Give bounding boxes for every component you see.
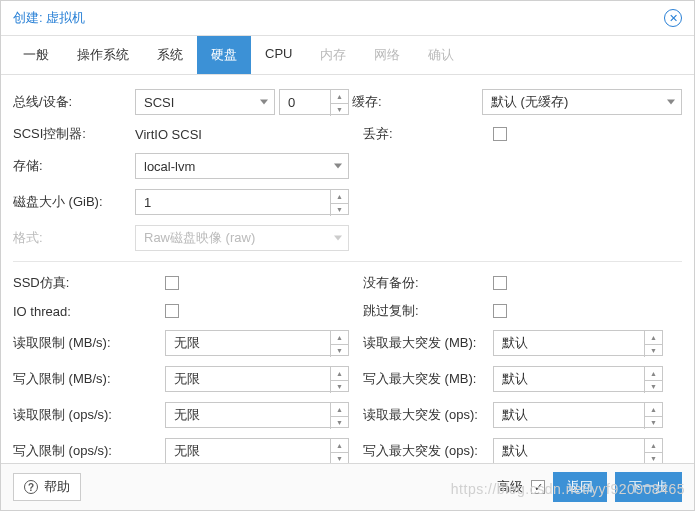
- write-limit-ops-input[interactable]: 无限 ▲▼: [165, 438, 349, 463]
- help-icon: ?: [24, 480, 38, 494]
- storage-select[interactable]: local-lvm: [135, 153, 349, 179]
- tab-system[interactable]: 系统: [143, 36, 197, 74]
- skip-replication-checkbox[interactable]: [493, 304, 507, 318]
- advanced-label: 高级: [497, 478, 523, 496]
- label-disk-size: 磁盘大小 (GiB):: [13, 193, 135, 211]
- back-button[interactable]: 返回: [553, 472, 607, 502]
- tab-general[interactable]: 一般: [9, 36, 63, 74]
- device-index-value: 0: [288, 95, 295, 110]
- io-thread-checkbox[interactable]: [165, 304, 179, 318]
- write-max-burst-ops-input[interactable]: 默认 ▲▼: [493, 438, 663, 463]
- tab-os[interactable]: 操作系统: [63, 36, 143, 74]
- chevron-down-icon: [667, 100, 675, 105]
- label-cache: 缓存:: [352, 93, 482, 111]
- no-backup-checkbox[interactable]: [493, 276, 507, 290]
- read-max-burst-ops-input[interactable]: 默认 ▲▼: [493, 402, 663, 428]
- tab-bar: 一般 操作系统 系统 硬盘 CPU 内存 网络 确认: [1, 36, 694, 75]
- spinner-icon[interactable]: ▲▼: [644, 403, 662, 429]
- create-vm-dialog: 创建: 虚拟机 ✕ 一般 操作系统 系统 硬盘 CPU 内存 网络 确认 总线/…: [0, 0, 695, 511]
- label-write-max-burst-mb: 写入最大突发 (MB):: [363, 370, 493, 388]
- dialog-header: 创建: 虚拟机 ✕: [1, 1, 694, 36]
- footer-right: 高级 返回 下一步: [497, 472, 682, 502]
- cache-value: 默认 (无缓存): [491, 93, 568, 111]
- next-button[interactable]: 下一步: [615, 472, 682, 502]
- help-label: 帮助: [44, 478, 70, 496]
- disk-size-value: 1: [144, 195, 151, 210]
- close-icon[interactable]: ✕: [664, 9, 682, 27]
- scsi-controller-value: VirtIO SCSI: [135, 127, 202, 142]
- bus-value: SCSI: [144, 95, 174, 110]
- format-select: Raw磁盘映像 (raw): [135, 225, 349, 251]
- label-write-max-burst-ops: 写入最大突发 (ops):: [363, 442, 493, 460]
- cache-select[interactable]: 默认 (无缓存): [482, 89, 682, 115]
- format-value: Raw磁盘映像 (raw): [144, 229, 255, 247]
- device-index-input[interactable]: 0 ▲▼: [279, 89, 349, 115]
- advanced-checkbox[interactable]: [531, 480, 545, 494]
- label-scsi-controller: SCSI控制器:: [13, 125, 135, 143]
- chevron-down-icon: [260, 100, 268, 105]
- tab-cpu[interactable]: CPU: [251, 36, 306, 74]
- spinner-icon[interactable]: ▲▼: [644, 331, 662, 357]
- label-read-limit-mb: 读取限制 (MB/s):: [13, 334, 165, 352]
- dialog-body: 总线/设备: SCSI 0 ▲▼ 缓存: 默认 (无缓存) SCSI控制器: V…: [1, 75, 694, 463]
- label-format: 格式:: [13, 229, 135, 247]
- label-skip-replication: 跳过复制:: [363, 302, 493, 320]
- spinner-icon[interactable]: ▲▼: [644, 367, 662, 393]
- label-io-thread: IO thread:: [13, 304, 165, 319]
- write-max-burst-mb-input[interactable]: 默认 ▲▼: [493, 366, 663, 392]
- read-max-burst-mb-input[interactable]: 默认 ▲▼: [493, 330, 663, 356]
- ssd-emulation-checkbox[interactable]: [165, 276, 179, 290]
- read-limit-mb-input[interactable]: 无限 ▲▼: [165, 330, 349, 356]
- disk-size-input[interactable]: 1 ▲▼: [135, 189, 349, 215]
- storage-value: local-lvm: [144, 159, 195, 174]
- spinner-icon[interactable]: ▲▼: [330, 331, 348, 357]
- spinner-icon[interactable]: ▲▼: [330, 190, 348, 216]
- label-discard: 丢弃:: [363, 125, 493, 143]
- label-no-backup: 没有备份:: [363, 274, 493, 292]
- write-limit-mb-input[interactable]: 无限 ▲▼: [165, 366, 349, 392]
- spinner-icon[interactable]: ▲▼: [330, 90, 348, 116]
- read-limit-ops-input[interactable]: 无限 ▲▼: [165, 402, 349, 428]
- label-ssd-emulation: SSD仿真:: [13, 274, 165, 292]
- label-write-limit-mb: 写入限制 (MB/s):: [13, 370, 165, 388]
- label-write-limit-ops: 写入限制 (ops/s):: [13, 442, 165, 460]
- chevron-down-icon: [334, 236, 342, 241]
- chevron-down-icon: [334, 164, 342, 169]
- separator: [13, 261, 682, 262]
- tab-disk[interactable]: 硬盘: [197, 36, 251, 74]
- spinner-icon[interactable]: ▲▼: [644, 439, 662, 463]
- help-button[interactable]: ? 帮助: [13, 473, 81, 501]
- tab-memory: 内存: [306, 36, 360, 74]
- label-read-max-burst-ops: 读取最大突发 (ops):: [363, 406, 493, 424]
- label-read-limit-ops: 读取限制 (ops/s):: [13, 406, 165, 424]
- tab-confirm: 确认: [414, 36, 468, 74]
- dialog-title: 创建: 虚拟机: [13, 9, 85, 27]
- label-bus-device: 总线/设备:: [13, 93, 135, 111]
- spinner-icon[interactable]: ▲▼: [330, 403, 348, 429]
- spinner-icon[interactable]: ▲▼: [330, 367, 348, 393]
- tab-network: 网络: [360, 36, 414, 74]
- discard-checkbox[interactable]: [493, 127, 507, 141]
- bus-select[interactable]: SCSI: [135, 89, 275, 115]
- label-storage: 存储:: [13, 157, 135, 175]
- label-read-max-burst-mb: 读取最大突发 (MB):: [363, 334, 493, 352]
- spinner-icon[interactable]: ▲▼: [330, 439, 348, 463]
- dialog-footer: ? 帮助 高级 返回 下一步: [1, 463, 694, 510]
